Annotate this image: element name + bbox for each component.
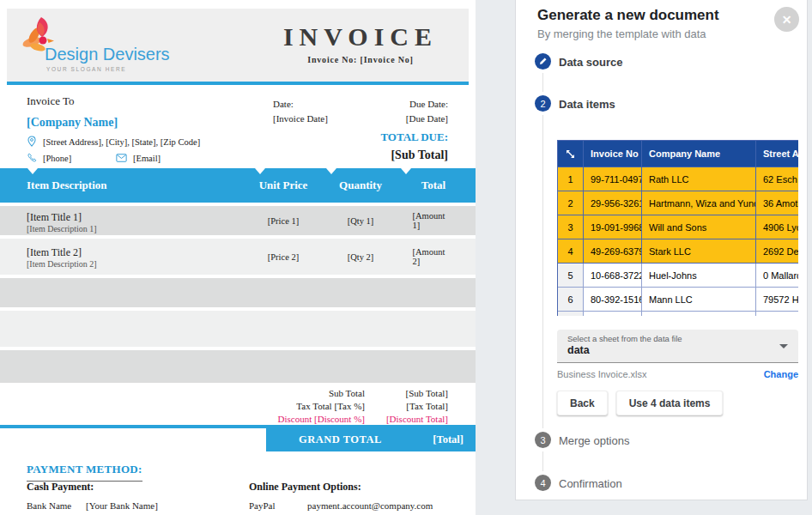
cell-street: 79572 Holy <box>756 288 798 312</box>
cell-company: Hartmann, Wiza and Yundt <box>642 191 756 215</box>
grand-total-bar: GRAND TOTAL [Total] <box>266 428 476 451</box>
step-connector <box>542 73 543 92</box>
item-amount: [Amount 2] <box>413 247 455 266</box>
step-3-circle[interactable]: 3 <box>535 432 551 448</box>
invoice-accent-rule <box>7 82 469 85</box>
step-connector <box>542 115 543 428</box>
payment-method-heading: PAYMENT METHOD: <box>27 463 142 482</box>
discount-value: [Discount Total] <box>365 414 448 424</box>
data-file-name: Business Invoice.xlsx <box>557 369 647 379</box>
item-price: [Price 1] <box>268 216 299 226</box>
cell-invoice-no: 29-956-3261 <box>584 191 642 215</box>
step-1-label[interactable]: Data source <box>559 56 622 69</box>
pencil-icon <box>538 57 548 66</box>
step-4-label[interactable]: Confirmation <box>559 477 622 490</box>
bank-name-label: Bank Name <box>27 500 71 511</box>
generate-document-panel: Generate a new document By merging the t… <box>515 0 808 500</box>
tax-value: [Tax Total] <box>365 401 448 411</box>
step-2-label[interactable]: Data items <box>559 98 615 111</box>
close-icon: ✕ <box>782 13 792 27</box>
cell-invoice-no: 99-711-0497 <box>584 167 642 191</box>
panel-title: Generate a new document <box>537 7 719 24</box>
clipped-data-row <box>558 312 798 316</box>
step-2-circle[interactable]: 2 <box>535 95 551 112</box>
step-3-number: 3 <box>540 435 545 445</box>
invoice-title: INVOICE <box>283 22 438 52</box>
row-number: 5 <box>558 264 584 288</box>
subtotal-label: Sub Total <box>329 388 365 398</box>
bill-to-block: Invoice To [Company Name] [Street Addres… <box>27 94 200 163</box>
invoice-template-preview: Design Devisers YOUR SLOGAN HERE INVOICE… <box>0 0 476 515</box>
discount-label: Discount [Discount %] <box>278 414 365 424</box>
screen: Design Devisers YOUR SLOGAN HERE INVOICE… <box>0 0 812 515</box>
phone-icon <box>27 153 37 163</box>
data-file-row: Business Invoice.xlsx Change <box>557 369 798 379</box>
data-row-selected[interactable]: 1 99-711-0497 Rath LLC 62 Esch La <box>558 167 798 191</box>
invoice-to-label: Invoice To <box>27 94 200 108</box>
cell-street: 62 Esch La <box>756 167 798 191</box>
data-row[interactable]: 5 10-668-3722 Huel-Johns 0 Mallard W <box>558 264 798 288</box>
cell-street: 2692 Del So <box>756 239 798 264</box>
data-row-selected[interactable]: 3 19-091-9968 Will and Sons 4906 Lyons <box>558 215 798 239</box>
empty-item-row <box>0 350 476 383</box>
cell-company: Will and Sons <box>642 215 756 239</box>
col-unit-price: Unit Price <box>259 168 308 203</box>
cell-street: 4906 Lyons <box>756 215 798 239</box>
cell-company: Mann LLC <box>642 288 756 312</box>
cell-invoice-no: 49-269-6379 <box>584 239 642 264</box>
grand-total-value: [Total] <box>433 433 464 446</box>
totals-block: Sub Total [Sub Total] Tax Total [Tax %] … <box>278 388 448 427</box>
tax-label: Tax Total [Tax %] <box>296 401 365 411</box>
col-street-address: Street Address <box>756 141 798 167</box>
row-number: 2 <box>558 191 584 215</box>
step-4-circle[interactable]: 4 <box>535 475 551 491</box>
data-items-step-content: Invoice No Company Name Street Address 1… <box>557 140 798 415</box>
row-number: 1 <box>558 167 584 191</box>
cell-street: 0 Mallard W <box>756 264 798 288</box>
back-button[interactable]: Back <box>557 391 608 415</box>
header-notch <box>401 168 411 174</box>
row-number: 6 <box>558 288 584 312</box>
change-file-link[interactable]: Change <box>764 369 798 379</box>
cell-company: Rath LLC <box>642 167 756 191</box>
col-invoice-no: Invoice No <box>584 141 642 167</box>
step-1-circle[interactable] <box>535 53 551 70</box>
item-title: [Item Title 1] <box>27 211 82 224</box>
item-qty: [Qty 1] <box>348 216 374 226</box>
step-4-number: 4 <box>540 478 545 488</box>
due-date-placeholder: [Due Date] <box>406 113 448 124</box>
cell-invoice-no: 10-668-3722 <box>584 264 642 288</box>
panel-subtitle: By merging the template with data <box>537 27 706 40</box>
online-payment-label: Online Payment Options: <box>249 481 361 494</box>
item-price: [Price 2] <box>268 252 299 262</box>
item-description: [Item Description 2] <box>27 259 97 269</box>
sheet-select-label: Select a sheet from the data file <box>567 334 682 343</box>
data-row-selected[interactable]: 2 29-956-3261 Hartmann, Wiza and Yundt 3… <box>558 191 798 215</box>
address-placeholder: [Street Address], [City], [State], [Zip … <box>43 137 200 147</box>
item-amount: [Amount 1] <box>413 211 455 230</box>
col-item-description: Item Description <box>27 168 107 203</box>
paypal-label: PayPal <box>249 500 276 511</box>
company-name-placeholder: [Company Name] <box>27 116 200 130</box>
email-icon <box>116 154 127 162</box>
brand-name: Design Devisers <box>45 45 170 64</box>
sheet-select-dropdown[interactable]: Select a sheet from the data file data <box>557 330 798 363</box>
col-company-name: Company Name <box>642 141 756 167</box>
row-number: 4 <box>558 239 584 264</box>
total-due-label: TOTAL DUE: <box>380 130 448 144</box>
use-data-items-button[interactable]: Use 4 data items <box>616 391 724 415</box>
data-row[interactable]: 6 80-392-1516 Mann LLC 79572 Holy <box>558 288 798 312</box>
close-button[interactable]: ✕ <box>774 7 799 32</box>
cash-payment-label: Cash Payment: <box>27 481 94 494</box>
total-due-value: [Sub Total] <box>380 148 448 162</box>
empty-item-row <box>0 278 476 307</box>
data-row-selected[interactable]: 4 49-269-6379 Stark LLC 2692 Del So <box>558 239 798 264</box>
cell-company: Stark LLC <box>642 239 756 264</box>
item-description: [Item Description 1] <box>27 224 97 233</box>
items-table-header: Item Description Unit Price Quantity Tot… <box>0 168 476 203</box>
resize-diagonal-icon[interactable] <box>558 141 584 167</box>
step-3-label[interactable]: Merge options <box>559 434 629 447</box>
item-row: [Item Title 1] [Item Description 1] [Pri… <box>0 206 476 235</box>
header-notch <box>326 168 336 174</box>
cell-invoice-no: 19-091-9968 <box>584 215 642 239</box>
